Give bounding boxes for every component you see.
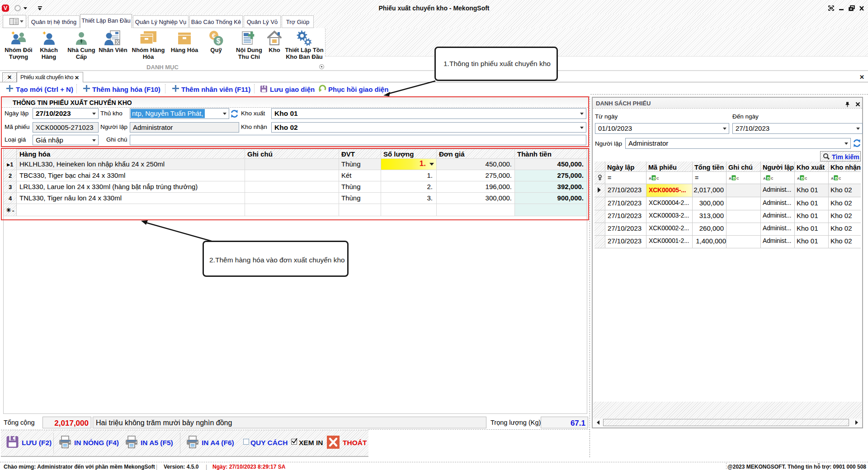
svg-text:A: A <box>729 176 731 180</box>
svg-text:B: B <box>767 176 770 180</box>
svg-text:C: C <box>736 176 739 180</box>
svg-text:B: B <box>835 176 838 180</box>
svg-text:$: $ <box>217 37 221 45</box>
svg-text:C: C <box>771 176 773 180</box>
svg-text:B: B <box>653 176 656 180</box>
svg-text:A: A <box>797 176 800 180</box>
svg-text:A: A <box>649 176 651 180</box>
svg-text:C: C <box>656 176 659 180</box>
svg-text:B: B <box>801 176 804 180</box>
svg-text:B: B <box>733 176 736 180</box>
svg-text:A: A <box>763 176 766 180</box>
svg-text:A: A <box>831 176 834 180</box>
svg-text:C: C <box>805 176 807 180</box>
svg-text:C: C <box>839 176 841 180</box>
